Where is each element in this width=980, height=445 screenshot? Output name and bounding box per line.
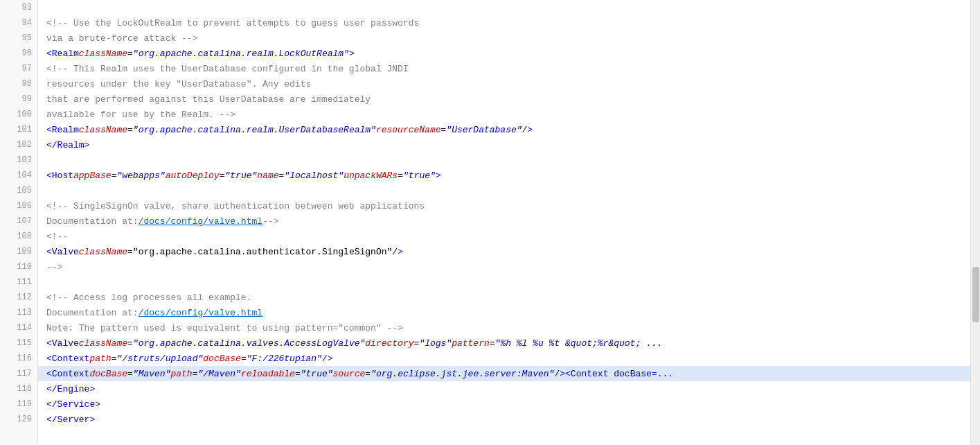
scrollbar-thumb[interactable]: [972, 267, 979, 322]
tag-token: <Realm: [46, 49, 79, 59]
attr-token: source: [333, 369, 366, 379]
tag-token: </Server>: [46, 415, 95, 425]
value-token: "true": [224, 171, 257, 181]
code-line-93: [38, 0, 970, 15]
value-token: "Maven": [133, 369, 171, 379]
value-token: "webapps": [116, 171, 165, 181]
line-number-111: 111: [0, 274, 37, 290]
code-line-116: <Context path="/struts/upload" docBase="…: [38, 351, 970, 366]
line-number-108: 108: [0, 229, 37, 244]
path-token: /docs/config/valve.html: [139, 308, 262, 318]
line-number-119: 119: [0, 396, 37, 412]
tag-token: </Service>: [46, 399, 100, 410]
code-line-104: <Host appBase="webapps" autoDeploy="true…: [38, 168, 970, 183]
code-line-109: <Valve className="org.apache.catalina.au…: [38, 244, 970, 259]
line-number-114: 114: [0, 320, 37, 335]
value-token: "UserDatabase": [446, 125, 522, 135]
value-token: "F:/226tupian": [247, 354, 322, 364]
line-number-103: 103: [0, 152, 37, 168]
tag-token: >: [436, 171, 441, 181]
line-number-106: 106: [0, 198, 37, 213]
code-line-96: <Realm className="org.apache.catalina.re…: [38, 46, 970, 61]
value-token: "org.apache.catalina.realm.LockOutRealm": [133, 49, 349, 59]
code-line-99: that are performed against this UserData…: [38, 91, 970, 107]
value-token: "logs": [419, 338, 452, 349]
line-number-96: 96: [0, 46, 37, 61]
line-number-100: 100: [0, 107, 37, 122]
scrollbar[interactable]: [970, 0, 980, 445]
line-number-110: 110: [0, 259, 37, 274]
code-line-115: <Valve className="org.apache.catalina.va…: [38, 335, 970, 351]
code-area[interactable]: <!-- Use the LockOutRealm to prevent att…: [38, 0, 970, 445]
line-number-98: 98: [0, 76, 37, 91]
tag-token: />: [392, 247, 403, 257]
attr-token: unpackWARs: [344, 171, 398, 181]
comment-token: <!-- Use the LockOutRealm to prevent att…: [46, 18, 419, 28]
code-line-112: <!-- Access log processes all example.: [38, 290, 970, 305]
line-numbers: 9394959697989910010110210310410510610710…: [0, 0, 38, 445]
text-token: =: [127, 247, 133, 257]
text-token: =: [398, 171, 403, 181]
attr-token: appBase: [73, 171, 112, 181]
text-token: =: [414, 338, 420, 349]
value-plain-token: "org.apache.catalina.authenticator.Singl…: [133, 247, 392, 257]
attr-token: className: [79, 49, 127, 59]
text-token: =: [127, 338, 133, 349]
attr-token: path: [170, 369, 192, 379]
value-token: "org.apache.catalina.realm.UserDatabaseR…: [133, 125, 376, 135]
value-token: "org.eclipse.jst.jee.server:Maven": [371, 369, 554, 379]
attr-token: name: [257, 171, 278, 181]
line-number-113: 113: [0, 305, 37, 320]
code-line-103: [38, 152, 970, 168]
comment-token: resources under the key "UserDatabase". …: [46, 79, 311, 89]
line-number-94: 94: [0, 15, 37, 30]
comment-token: <!-- This Realm uses the UserDatabase co…: [46, 64, 409, 74]
tag-token: </Realm>: [46, 140, 89, 150]
comment-token: -->: [262, 216, 278, 227]
tag-token: <Valve: [46, 338, 79, 349]
comment-token: -->: [46, 262, 62, 272]
attr-token: autoDeploy: [166, 171, 220, 181]
code-line-95: via a brute-force attack -->: [38, 30, 970, 46]
code-line-102: </Realm>: [38, 137, 970, 152]
tag-token: <Context: [46, 354, 89, 364]
code-line-107: Documentation at: /docs/config/valve.htm…: [38, 213, 970, 229]
code-line-101: <Realm className="org.apache.catalina.re…: [38, 122, 970, 137]
tag-token: </Engine>: [46, 384, 95, 394]
text-token: =: [241, 354, 247, 364]
line-number-97: 97: [0, 61, 37, 76]
comment-token: <!--: [46, 232, 68, 242]
value-token: "true": [403, 171, 436, 181]
value-token: "localhost": [284, 171, 344, 181]
comment-token: via a brute-force attack -->: [46, 33, 197, 44]
text-token: =: [365, 369, 371, 379]
code-line-118: </Engine>: [38, 381, 970, 396]
attr-token: className: [79, 125, 127, 135]
code-line-108: <!--: [38, 229, 970, 244]
tag-token: <Valve: [46, 247, 79, 257]
line-number-99: 99: [0, 91, 37, 107]
code-line-106: <!-- SingleSignOn valve, share authentic…: [38, 198, 970, 213]
code-line-119: </Service>: [38, 396, 970, 412]
code-line-100: available for use by the Realm. -->: [38, 107, 970, 122]
line-number-118: 118: [0, 381, 37, 396]
tag-token: <Host: [46, 171, 73, 181]
tag-token: <Realm: [46, 125, 79, 135]
value-token: "true": [301, 369, 333, 379]
value-token: "/struts/upload": [116, 354, 203, 364]
text-token: =: [279, 171, 285, 181]
attr-token: reloadable: [241, 369, 295, 379]
text-token: =: [295, 369, 301, 379]
tag-token: /><Context docBase=...: [554, 369, 673, 379]
comment-token: available for use by the Realm. -->: [46, 110, 235, 120]
line-number-109: 109: [0, 244, 37, 259]
code-line-98: resources under the key "UserDatabase". …: [38, 76, 970, 91]
code-line-120: </Server>: [38, 412, 970, 427]
attr-token: pattern: [452, 338, 490, 349]
line-number-112: 112: [0, 290, 37, 305]
comment-text-token: Documentation at:: [46, 216, 139, 227]
line-number-95: 95: [0, 30, 37, 46]
code-line-110: -->: [38, 259, 970, 274]
line-number-107: 107: [0, 213, 37, 229]
comment-token: <!-- Access log processes all example.: [46, 293, 251, 303]
